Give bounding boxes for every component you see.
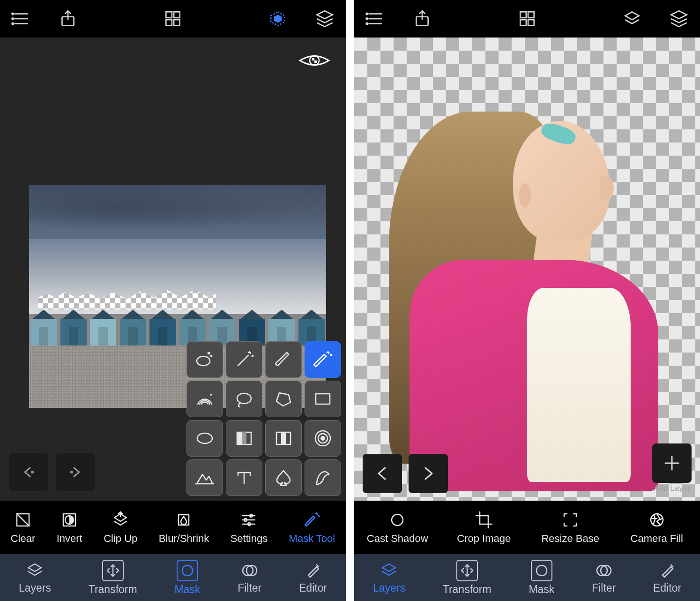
resize-base-button[interactable]: Resize Base <box>535 510 605 545</box>
screen-mask-editor: Clear Invert Clip Up Blur/Shrink Setting… <box>0 0 346 601</box>
nav-layers[interactable]: Layers <box>19 561 51 594</box>
cast-shadow-button[interactable]: Cast Shadow <box>362 510 432 545</box>
hair-icon[interactable] <box>305 459 341 496</box>
polygon-lasso-icon[interactable] <box>265 381 302 417</box>
top-toolbar <box>354 0 700 38</box>
layer-mask-icon[interactable] <box>268 9 288 29</box>
nav-mask-label: Mask <box>174 583 200 596</box>
svg-point-26 <box>197 433 212 443</box>
nav-mask[interactable]: Mask <box>174 560 200 596</box>
mask-tool-button[interactable]: Mask Tool <box>289 510 335 545</box>
prev-layer-button[interactable] <box>363 454 402 493</box>
grid-icon[interactable] <box>163 9 183 29</box>
svg-point-3 <box>12 13 14 15</box>
svg-rect-66 <box>528 12 534 18</box>
nav-editor[interactable]: Editor <box>653 561 681 594</box>
clear-label: Clear <box>11 533 36 545</box>
svg-marker-69 <box>625 12 639 20</box>
nav-filter[interactable]: Filter <box>592 561 616 594</box>
undo-button[interactable] <box>9 453 48 491</box>
lasso-icon[interactable] <box>226 381 262 417</box>
settings-button[interactable]: Settings <box>231 510 268 545</box>
svg-rect-9 <box>174 12 180 18</box>
svg-point-34 <box>320 436 325 441</box>
nav-transform[interactable]: Transform <box>443 560 491 596</box>
nav-transform-label: Transform <box>89 583 137 596</box>
nav-filter[interactable]: Filter <box>238 561 261 594</box>
svg-rect-65 <box>520 12 526 18</box>
cutout-subject-girl <box>354 38 700 501</box>
radial-gradient-icon[interactable] <box>305 420 341 457</box>
grid-icon[interactable] <box>517 9 537 29</box>
svg-rect-28 <box>237 432 242 444</box>
svg-rect-16 <box>312 58 314 60</box>
bottom-nav: Layers Transform Mask Filter Editor <box>0 554 346 601</box>
ellipse-icon[interactable] <box>186 420 223 457</box>
clip-up-label: Clip Up <box>104 533 137 545</box>
svg-point-80 <box>536 565 547 576</box>
layers-stack-icon[interactable] <box>669 9 689 29</box>
share-icon[interactable] <box>412 9 432 29</box>
invert-button[interactable]: Invert <box>57 510 82 545</box>
linear-gradient-icon[interactable] <box>226 420 262 457</box>
next-layer-button[interactable] <box>409 454 448 493</box>
nav-layers[interactable]: Layers <box>373 561 405 594</box>
list-icon[interactable] <box>11 9 31 29</box>
svg-rect-31 <box>281 432 286 444</box>
layers-stack-icon[interactable] <box>315 9 335 29</box>
svg-marker-13 <box>274 15 282 23</box>
screen-layers-editor: Add Layer Cast Shadow Crop Image Resize … <box>354 0 700 601</box>
crop-image-button[interactable]: Crop Image <box>449 510 519 545</box>
svg-rect-67 <box>520 20 526 26</box>
add-layer-label: Add Layer <box>654 484 690 493</box>
mirror-gradient-icon[interactable] <box>265 420 302 457</box>
svg-point-5 <box>12 23 14 24</box>
text-icon[interactable] <box>226 459 262 496</box>
nav-editor[interactable]: Editor <box>299 561 327 594</box>
mask-tool-label: Mask Tool <box>289 533 335 545</box>
brush-icon[interactable] <box>265 341 302 378</box>
add-layer-button[interactable] <box>652 443 692 483</box>
svg-marker-79 <box>382 564 395 571</box>
svg-point-18 <box>31 471 34 473</box>
svg-marker-70 <box>671 11 687 19</box>
redo-button[interactable] <box>56 453 95 491</box>
magic-lasso-icon[interactable] <box>186 341 223 378</box>
svg-marker-14 <box>317 11 333 19</box>
eye-mask-icon[interactable] <box>298 51 331 70</box>
magic-brush-icon[interactable] <box>305 341 341 378</box>
spade-icon[interactable] <box>265 459 302 496</box>
rectangle-icon[interactable] <box>305 381 341 417</box>
layers-stack-outline-icon[interactable] <box>622 9 642 29</box>
nav-transform-label: Transform <box>443 583 491 596</box>
nav-editor-label: Editor <box>653 582 681 594</box>
gradient-arc-icon[interactable] <box>186 381 223 417</box>
clip-up-button[interactable]: Clip Up <box>104 510 137 545</box>
magic-wand-icon[interactable] <box>226 341 262 378</box>
list-icon[interactable] <box>365 9 385 29</box>
invert-label: Invert <box>57 533 82 545</box>
mountain-icon[interactable] <box>186 459 223 496</box>
camera-fill-button[interactable]: Camera Fill <box>622 510 692 545</box>
layers-secondary-toolbar: Cast Shadow Crop Image Resize Base Camer… <box>354 501 700 554</box>
svg-point-73 <box>392 514 403 526</box>
mask-tool-palette <box>186 341 341 496</box>
svg-marker-53 <box>28 564 41 571</box>
svg-point-78 <box>651 514 663 526</box>
clear-button[interactable]: Clear <box>11 510 36 545</box>
svg-point-23 <box>237 393 251 404</box>
nav-mask[interactable]: Mask <box>529 560 554 596</box>
canvas-area[interactable] <box>0 38 346 501</box>
crop-image-label: Crop Image <box>457 533 511 545</box>
svg-point-62 <box>366 23 368 24</box>
svg-marker-24 <box>276 393 290 406</box>
svg-rect-8 <box>166 12 172 18</box>
blur-shrink-button[interactable]: Blur/Shrink <box>159 510 209 545</box>
canvas-area[interactable]: Add Layer <box>354 38 700 501</box>
svg-rect-11 <box>174 20 180 26</box>
svg-line-21 <box>238 355 248 366</box>
nav-filter-label: Filter <box>592 582 616 594</box>
cast-shadow-label: Cast Shadow <box>367 533 428 545</box>
nav-transform[interactable]: Transform <box>89 560 137 596</box>
share-icon[interactable] <box>58 9 78 29</box>
